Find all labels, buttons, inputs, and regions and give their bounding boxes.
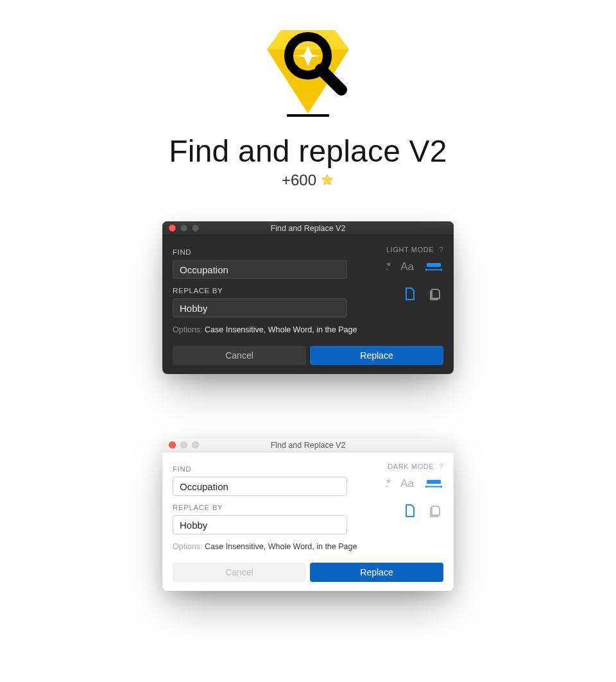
svg-rect-6 bbox=[427, 480, 441, 484]
replace-label: REPLACE BY bbox=[173, 287, 347, 294]
zoom-window-icon[interactable] bbox=[192, 441, 199, 448]
replace-label: REPLACE BY bbox=[173, 504, 347, 511]
replace-button[interactable]: Replace bbox=[310, 346, 443, 365]
doc-scope-icon[interactable] bbox=[428, 287, 442, 301]
case-sensitive-icon[interactable]: Aa bbox=[400, 260, 414, 273]
svg-rect-5 bbox=[427, 263, 441, 267]
doc-scope-icon[interactable] bbox=[428, 504, 442, 518]
app-logo bbox=[257, 14, 359, 119]
window-title: Find and Replace V2 bbox=[271, 224, 346, 233]
find-input[interactable] bbox=[173, 260, 347, 279]
help-icon[interactable]: ? bbox=[439, 246, 443, 253]
regex-icon[interactable]: .* bbox=[386, 477, 389, 490]
star-icon bbox=[320, 173, 334, 187]
page-title: Find and replace V2 bbox=[0, 133, 616, 169]
whole-word-icon[interactable] bbox=[425, 262, 442, 272]
stars-count: +600 bbox=[282, 171, 316, 189]
options-summary: Options: Case Insensitive, Whole Word, i… bbox=[173, 542, 443, 551]
zoom-window-icon[interactable] bbox=[192, 225, 199, 232]
close-window-icon[interactable] bbox=[169, 441, 176, 448]
theme-toggle[interactable]: LIGHT MODE bbox=[386, 246, 434, 253]
case-sensitive-icon[interactable]: Aa bbox=[400, 477, 414, 490]
cancel-button[interactable]: Cancel bbox=[173, 563, 306, 582]
options-summary: Options: Case Insensitive, Whole Word, i… bbox=[173, 325, 443, 334]
theme-toggle[interactable]: DARK MODE bbox=[388, 463, 434, 470]
minimize-window-icon[interactable] bbox=[180, 225, 187, 232]
title-bar: Find and Replace V2 bbox=[162, 221, 454, 235]
svg-rect-4 bbox=[287, 114, 329, 117]
minimize-window-icon[interactable] bbox=[180, 441, 187, 448]
replace-button[interactable]: Replace bbox=[310, 563, 443, 582]
window-title: Find and Replace V2 bbox=[271, 441, 346, 450]
hero-subtitle: +600 bbox=[0, 171, 616, 189]
whole-word-icon[interactable] bbox=[425, 479, 442, 489]
replace-input[interactable] bbox=[173, 515, 347, 534]
regex-icon[interactable]: .* bbox=[386, 260, 389, 273]
page-scope-icon[interactable] bbox=[404, 504, 416, 518]
find-input[interactable] bbox=[173, 477, 347, 496]
title-bar: Find and Replace V2 bbox=[162, 438, 454, 452]
find-replace-window-dark: Find and Replace V2 FIND LIGHT MODE ? .*… bbox=[162, 221, 454, 374]
find-label: FIND bbox=[173, 248, 347, 256]
find-label: FIND bbox=[173, 465, 347, 473]
close-window-icon[interactable] bbox=[169, 225, 176, 232]
find-replace-window-light: Find and Replace V2 FIND DARK MODE ? .* … bbox=[162, 438, 454, 591]
replace-input[interactable] bbox=[173, 298, 347, 318]
cancel-button[interactable]: Cancel bbox=[173, 346, 306, 365]
help-icon[interactable]: ? bbox=[439, 463, 443, 470]
page-scope-icon[interactable] bbox=[404, 287, 416, 301]
